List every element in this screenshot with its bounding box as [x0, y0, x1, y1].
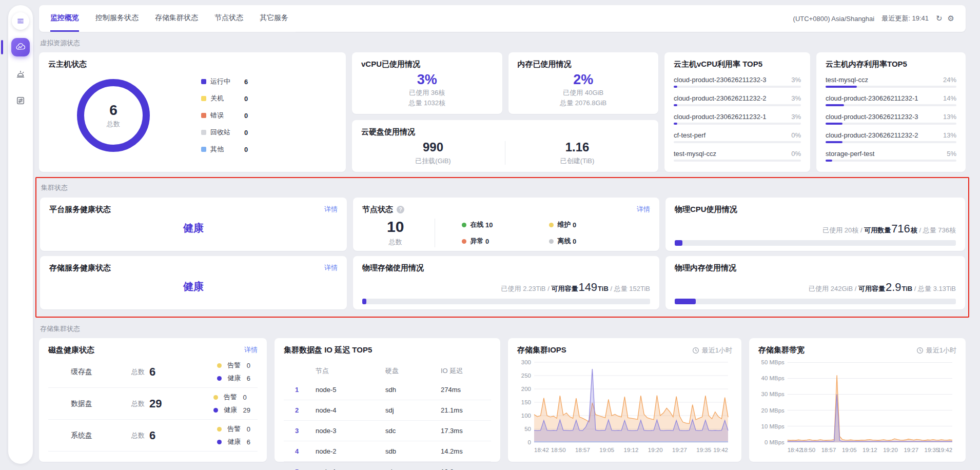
clock-icon: [692, 347, 699, 354]
table-row: 4 node-2 sdb 14.2ms: [284, 441, 491, 462]
top5-item: cloud-product-230626211232-213%: [826, 131, 956, 143]
physical-cpu-usage-line: 已使用 20核 / 可用数量716核 / 总量 736核: [675, 222, 956, 236]
warn-dot: [217, 363, 222, 368]
top5-item: cf-test-perf0%: [674, 131, 801, 143]
alarm-icon: [15, 69, 26, 79]
progress-track: [674, 86, 801, 88]
memory-usage-card: 内存已使用情况 2% 已使用 40GiB 总量 2076.8GiB: [508, 52, 659, 114]
healthy-dot: [217, 376, 222, 381]
tab[interactable]: 存储集群状态: [155, 5, 198, 32]
tab-bar: 监控概览 控制服务状态 存储集群状态 节点状态 其它服务: [50, 5, 296, 32]
tab[interactable]: 监控概览: [50, 5, 79, 32]
cluster-section-annotation-box: 集群状态 平台服务健康状态 详情 健康 节点状态 ? 详情 10 总数: [35, 177, 969, 318]
help-icon[interactable]: ?: [397, 206, 404, 213]
legend-item: 在线 10: [462, 220, 549, 229]
vm-total-label: 总数: [107, 120, 120, 129]
svg-text:0: 0: [528, 439, 531, 445]
progress-fill: [674, 104, 677, 106]
svg-text:250: 250: [521, 373, 531, 379]
sidebar-collapse-button[interactable]: [12, 12, 29, 30]
bandwidth-chart-card: 存储集群带宽 最近1小时 0 MBps10 MBps20 MBps30 MBps…: [749, 338, 966, 462]
tab[interactable]: 控制服务状态: [95, 5, 139, 32]
legend-item: 运行中 6: [201, 77, 248, 86]
warn-dot: [213, 395, 218, 400]
sidebar-item-settings[interactable]: [11, 91, 30, 110]
sidebar-item-alarm[interactable]: [11, 65, 30, 83]
volume-created-value: 1.16: [505, 140, 649, 154]
storage-cluster-grid: 磁盘健康状态 详情 缓存盘 总数 6 告警 0 健康 6: [39, 338, 966, 462]
svg-text:19:05: 19:05: [599, 447, 614, 453]
memory-percent: 2%: [573, 72, 593, 88]
svg-text:18:57: 18:57: [575, 447, 590, 453]
healthy-dot: [217, 440, 222, 444]
progress-track: [674, 160, 801, 162]
svg-text:40 MBps: 40 MBps: [761, 375, 785, 381]
virtual-resources-grid: 云主机状态 6 总数 运行中 6: [39, 52, 966, 172]
platform-health-detail-link[interactable]: 详情: [324, 205, 338, 214]
memory-total: 总量 2076.8GiB: [560, 98, 606, 108]
progress-track: [826, 160, 956, 162]
refresh-icon[interactable]: ↻: [936, 14, 943, 23]
platform-health-card: 平台服务健康状态 详情 健康: [40, 198, 347, 251]
svg-text:19:12: 19:12: [863, 447, 877, 453]
top-bar: 监控概览 控制服务状态 存储集群状态 节点状态 其它服务 (UTC+0800) …: [39, 5, 966, 32]
vcpu-percent: 3%: [417, 72, 437, 88]
disk-health-row: 数据盘 总数 29 告警 0 健康 29: [48, 388, 258, 420]
gear-icon[interactable]: ⚙: [948, 14, 954, 23]
svg-text:20 MBps: 20 MBps: [761, 407, 785, 414]
storage-health-detail-link[interactable]: 详情: [324, 263, 338, 272]
progress-track: [826, 86, 956, 88]
sidebar-item-monitoring[interactable]: [11, 38, 30, 56]
svg-text:30 MBps: 30 MBps: [761, 391, 785, 398]
vcpu-used: 已使用 36核: [408, 88, 445, 98]
tab[interactable]: 其它服务: [260, 5, 288, 32]
svg-text:18:42: 18:42: [788, 447, 802, 453]
table-row: 3 node-3 sdc 17.3ms: [284, 421, 491, 441]
last-update-label: 最近更新: 19:41: [881, 14, 929, 23]
physical-cpu-bar-fill: [675, 240, 682, 246]
warn-dot: [217, 427, 222, 432]
tab[interactable]: 节点状态: [214, 5, 243, 32]
volume-mounted-value: 990: [361, 140, 505, 154]
time-range: 最近1小时: [692, 346, 732, 355]
legend-marker: [201, 79, 206, 84]
node-status-legend: 在线 10 维护 0 异常 0: [462, 220, 636, 246]
top5-item: storage-perf-test5%: [826, 150, 956, 162]
svg-text:50: 50: [524, 426, 531, 432]
node-status-detail-link[interactable]: 详情: [637, 205, 650, 214]
vm-status-legend: 运行中 6 关机 0 错误 0: [201, 77, 248, 154]
divider: [435, 219, 435, 247]
svg-text:18:50: 18:50: [551, 447, 566, 453]
bandwidth-chart: 0 MBps10 MBps20 MBps30 MBps40 MBps50 MBp…: [758, 357, 956, 456]
legend-marker: [201, 147, 206, 152]
active-indicator: [1, 40, 3, 54]
svg-text:50 MBps: 50 MBps: [761, 359, 785, 365]
svg-text:19:42: 19:42: [937, 447, 952, 453]
node-total-label: 总数: [387, 238, 404, 247]
disk-health-row: 缓存盘 总数 6 告警 0 健康 6: [48, 356, 258, 388]
disk-health-rows: 缓存盘 总数 6 告警 0 健康 6 数据盘 总数 29: [48, 356, 258, 452]
time-range: 最近1小时: [916, 346, 956, 355]
progress-fill: [826, 123, 842, 125]
top5-item: cloud-product-230626211232-313%: [826, 113, 956, 125]
volume-mounted-label: 已挂载(GiB): [361, 156, 505, 166]
physical-cpu-card: 物理CPU使用情况 已使用 20核 / 可用数量716核 / 总量 736核: [665, 198, 965, 251]
top5-item: test-mysql-ccz0%: [674, 150, 801, 162]
svg-text:0 MBps: 0 MBps: [765, 439, 785, 445]
vm-status-donut: 6 总数: [77, 79, 150, 152]
io-latency-card: 集群数据盘 IO 延迟 TOP5 节点 硬盘 IO 延迟 1 node-5 sd…: [275, 338, 500, 462]
svg-text:18:50: 18:50: [801, 447, 816, 453]
card-title: 云主机状态: [48, 60, 337, 69]
top5-item: cloud-product-230626211232-114%: [826, 94, 956, 106]
legend-item: 异常 0: [462, 237, 549, 246]
svg-text:19:35: 19:35: [696, 447, 711, 453]
disk-health-detail-link[interactable]: 详情: [244, 345, 258, 355]
physical-storage-bar: [362, 299, 650, 304]
legend-marker: [201, 130, 206, 135]
main-content: 监控概览 控制服务状态 存储集群状态 节点状态 其它服务 (UTC+0800) …: [39, 5, 966, 462]
svg-text:18:42: 18:42: [534, 447, 549, 453]
table-row: 1 node-5 sdh 274ms: [284, 380, 491, 400]
physical-storage-usage-line: 已使用 2.23TiB / 可用容量149TiB / 总量 152TiB: [362, 281, 650, 294]
timezone-label: (UTC+0800) Asia/Shanghai: [793, 15, 875, 23]
svg-text:19:35: 19:35: [925, 447, 939, 453]
